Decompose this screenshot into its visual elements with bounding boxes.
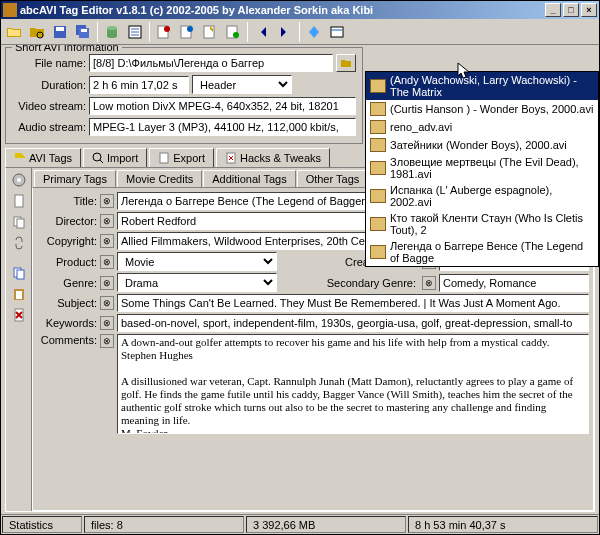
status-duration: 8 h 53 min 40,37 s [408, 516, 598, 533]
dropdown-item[interactable]: Кто такой Кленти Стаун (Who Is Cletis To… [366, 210, 598, 238]
comments-field[interactable] [117, 334, 589, 434]
header-select[interactable]: Header [192, 75, 292, 94]
side-toolbar [6, 168, 32, 511]
audio-field [89, 118, 356, 136]
dropdown-item[interactable]: Зловещие мертвецы (The Evil Dead), 1981.… [366, 154, 598, 182]
clear-button[interactable]: ⊗ [100, 334, 114, 348]
tab-export[interactable]: Export [149, 148, 214, 167]
app-icon [3, 3, 17, 17]
clear-button[interactable]: ⊗ [100, 214, 114, 228]
svg-rect-15 [331, 27, 343, 37]
subtab-other[interactable]: Other Tags [297, 170, 369, 187]
open-icon[interactable] [3, 21, 25, 43]
copyright-label: Copyright: [37, 235, 97, 247]
imp3-icon[interactable] [199, 21, 221, 43]
tab-hacks[interactable]: Hacks & Tweaks [216, 148, 330, 167]
keywords-label: Keywords: [37, 317, 97, 329]
file-dropdown[interactable]: (Andy Wachowski, Larry Wachowski) - The … [365, 71, 599, 267]
filename-field[interactable] [89, 54, 333, 72]
dropdown-item[interactable]: Затейники (Wonder Boys), 2000.avi [366, 136, 598, 154]
video-field [89, 97, 356, 115]
status-size: 3 392,66 MB [246, 516, 406, 533]
subtab-primary[interactable]: Primary Tags [34, 170, 116, 187]
clear-button[interactable]: ⊗ [100, 234, 114, 248]
browse-button[interactable] [336, 54, 356, 72]
audio-label: Audio stream: [12, 121, 86, 133]
dropdown-item[interactable]: Испанка (L' Auberge espagnole), 2002.avi [366, 182, 598, 210]
clear-button[interactable]: ⊗ [100, 194, 114, 208]
next-icon[interactable] [274, 21, 296, 43]
menu-icon[interactable] [326, 21, 348, 43]
imp4-icon[interactable] [222, 21, 244, 43]
side-copy2-icon[interactable] [10, 264, 28, 282]
subtab-credits[interactable]: Movie Credits [117, 170, 202, 187]
tab-import[interactable]: Import [83, 148, 147, 167]
dropdown-item[interactable]: (Curtis Hanson ) - Wonder Boys, 2000.avi [366, 100, 598, 118]
title-bar: abcAVI Tag Editor v1.8.1 (c) 2002-2005 b… [1, 1, 599, 19]
db-icon[interactable] [101, 21, 123, 43]
svg-rect-2 [56, 27, 64, 31]
status-label: Statistics [2, 516, 82, 533]
clear-button[interactable]: ⊗ [100, 276, 114, 290]
subject-label: Subject: [37, 297, 97, 309]
folder-icon [370, 138, 386, 152]
svg-rect-23 [17, 219, 24, 228]
info-group-title: Short AVI Information [12, 45, 122, 53]
svg-point-14 [233, 32, 239, 38]
imp2-icon[interactable] [176, 21, 198, 43]
video-label: Video stream: [12, 100, 86, 112]
svg-rect-12 [204, 26, 214, 38]
side-del-icon[interactable] [10, 306, 28, 324]
duration-field [89, 76, 189, 94]
svg-point-16 [93, 153, 101, 161]
svg-rect-17 [160, 153, 168, 163]
status-bar: Statistics files: 8 3 392,66 MB 8 h 53 m… [1, 514, 599, 534]
imp1-icon[interactable] [153, 21, 175, 43]
duration-label: Duration: [12, 79, 86, 91]
side-copy-icon[interactable] [10, 213, 28, 231]
svg-point-11 [187, 26, 193, 32]
list-icon[interactable] [124, 21, 146, 43]
folder-icon [370, 120, 386, 134]
clear-button[interactable]: ⊗ [100, 255, 114, 269]
tab-avitags[interactable]: AVI Tags [5, 148, 81, 168]
maximize-button[interactable]: □ [563, 3, 579, 17]
minimize-button[interactable]: _ [545, 3, 561, 17]
title-label: Title: [37, 195, 97, 207]
folder-icon [370, 245, 386, 259]
save-icon[interactable] [49, 21, 71, 43]
clear-button[interactable]: ⊗ [100, 316, 114, 330]
genre-label: Genre: [37, 277, 97, 289]
side-paste-icon[interactable] [10, 285, 28, 303]
dropdown-item[interactable]: (Andy Wachowski, Larry Wachowski) - The … [366, 72, 598, 100]
info-group: Short AVI Information File name: Duratio… [5, 47, 363, 144]
svg-rect-5 [81, 29, 87, 32]
close-button[interactable]: × [581, 3, 597, 17]
svg-rect-21 [15, 195, 23, 207]
genre-select[interactable]: Drama [117, 273, 277, 292]
dropdown-item[interactable]: Легенда о Баггере Венсе (The Legend of B… [366, 238, 598, 266]
prev-icon[interactable] [251, 21, 273, 43]
side-doc-icon[interactable] [10, 192, 28, 210]
comments-label: Comments: [37, 334, 97, 346]
diamond-icon[interactable] [303, 21, 325, 43]
director-label: Director: [37, 215, 97, 227]
svg-point-6 [107, 26, 117, 30]
keywords-field[interactable] [117, 314, 589, 332]
sgenre-field[interactable] [439, 274, 589, 292]
clear-button[interactable]: ⊗ [422, 276, 436, 290]
folder-icon [370, 217, 386, 231]
product-select[interactable]: Movie [117, 252, 277, 271]
svg-rect-25 [17, 270, 24, 279]
subtab-additional[interactable]: Additional Tags [203, 170, 295, 187]
subject-field[interactable] [117, 294, 589, 312]
svg-point-20 [17, 178, 21, 182]
product-label: Product: [37, 256, 97, 268]
dropdown-item[interactable]: reno_adv.avi [366, 118, 598, 136]
side-link-icon[interactable] [10, 234, 28, 252]
svg-point-9 [164, 26, 170, 32]
saveall-icon[interactable] [72, 21, 94, 43]
clear-button[interactable]: ⊗ [100, 296, 114, 310]
side-disc-icon[interactable] [10, 171, 28, 189]
scan-icon[interactable] [26, 21, 48, 43]
